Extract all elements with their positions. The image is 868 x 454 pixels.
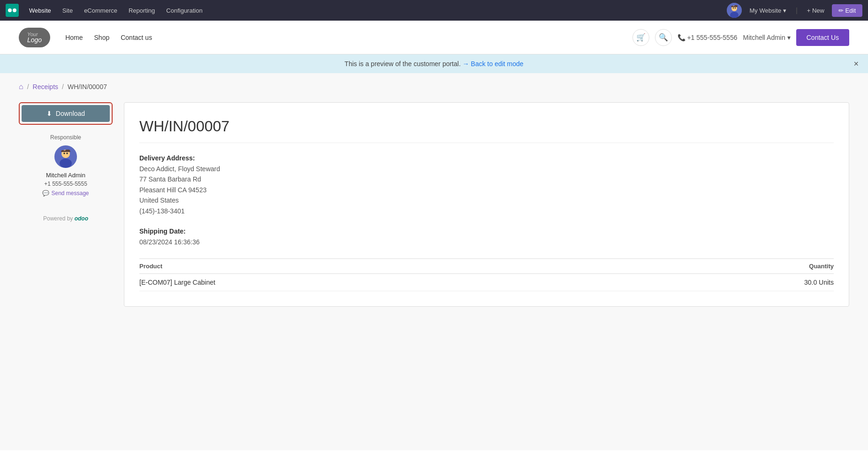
svg-point-15 <box>66 152 68 154</box>
svg-rect-10 <box>731 6 738 7</box>
admin-bar-separator: | <box>796 7 798 14</box>
delivery-address-value: Deco Addict, Floyd Steward 77 Santa Barb… <box>139 164 834 216</box>
shipping-date-value: 08/23/2024 16:36:36 <box>139 237 834 247</box>
breadcrumb-sep-2: / <box>62 83 64 91</box>
table-row: [E-COM07] Large Cabinet30.0 Units <box>139 274 834 291</box>
product-cell: [E-COM07] Large Cabinet <box>139 274 639 291</box>
svg-point-14 <box>63 152 65 154</box>
preview-banner-close[interactable]: × <box>853 59 859 69</box>
responsible-info: Mitchell Admin +1 555-555-5555 💬 Send me… <box>19 145 113 197</box>
main-content: ⌂ / Receipts / WH/IN/00007 ⬇ Download Re… <box>0 73 868 450</box>
shipping-date-label: Shipping Date: <box>139 227 834 235</box>
contact-us-button[interactable]: Contact Us <box>796 29 849 46</box>
svg-point-1 <box>8 8 12 12</box>
back-to-edit-link[interactable]: → Back to edit mode <box>463 60 524 68</box>
download-icon: ⬇ <box>46 110 52 117</box>
download-btn-wrapper: ⬇ Download <box>19 102 113 125</box>
responsible-label: Responsible <box>19 134 113 141</box>
svg-point-2 <box>13 8 16 12</box>
breadcrumb-current: WH/IN/00007 <box>68 83 107 91</box>
shipping-date-section: Shipping Date: 08/23/2024 16:36:36 <box>139 227 834 247</box>
quantity-cell: 30.0 Units <box>639 274 834 291</box>
admin-bar-right: My Website ▾ | + New ✏ Edit <box>727 3 862 18</box>
chat-icon: 💬 <box>42 190 49 197</box>
svg-point-7 <box>735 8 736 8</box>
send-message-link[interactable]: 💬 Send message <box>42 190 89 197</box>
edit-button[interactable]: ✏ Edit <box>832 4 862 17</box>
delivery-address-section: Delivery Address: Deco Addict, Floyd Ste… <box>139 154 834 216</box>
product-table: Product Quantity [E-COM07] Large Cabinet… <box>139 258 834 291</box>
powered-by: Powered by odoo <box>43 215 88 222</box>
responsible-name: Mitchell Admin <box>46 172 85 179</box>
col-quantity: Quantity <box>639 259 834 274</box>
admin-nav-website[interactable]: Website <box>23 0 57 21</box>
new-button[interactable]: + New <box>803 5 828 16</box>
odoo-logo-icon[interactable] <box>6 4 19 17</box>
responsible-section: Responsible M <box>19 134 113 197</box>
svg-point-13 <box>60 159 72 168</box>
preview-banner-text: This is a preview of the customer portal… <box>344 60 523 68</box>
site-nav: Your Logo Home Shop Contact us 🛒 🔍 📞 +1 … <box>0 21 868 54</box>
phone-number: 📞 +1 555-555-5556 <box>678 34 738 41</box>
breadcrumb: ⌂ / Receipts / WH/IN/00007 <box>19 83 849 91</box>
preview-banner: This is a preview of the customer portal… <box>0 54 868 73</box>
document-title: WH/IN/00007 <box>139 118 834 143</box>
my-website-dropdown-arrow: ▾ <box>783 7 786 14</box>
breadcrumb-sep-1: / <box>27 83 29 91</box>
page-layout: ⬇ Download Responsible <box>19 102 849 307</box>
admin-bar-nav: Website Site eCommerce Reporting Configu… <box>23 0 208 21</box>
admin-bar-left: Website Site eCommerce Reporting Configu… <box>6 0 725 21</box>
odoo-brand: odoo <box>75 215 88 222</box>
site-nav-actions: 🛒 🔍 📞 +1 555-555-5556 Mitchell Admin ▾ C… <box>632 29 849 46</box>
admin-nav-site[interactable]: Site <box>57 0 78 21</box>
nav-home[interactable]: Home <box>65 34 83 41</box>
search-button[interactable]: 🔍 <box>655 29 672 46</box>
logo-oval: Your Logo <box>19 28 50 47</box>
user-dropdown[interactable]: Mitchell Admin ▾ <box>743 34 790 41</box>
site-logo: Your Logo <box>19 28 50 47</box>
site-nav-links: Home Shop Contact us <box>65 34 632 41</box>
nav-contact-us[interactable]: Contact us <box>121 34 152 41</box>
document-card: WH/IN/00007 Delivery Address: Deco Addic… <box>124 102 849 307</box>
svg-rect-0 <box>6 4 19 17</box>
admin-nav-configuration[interactable]: Configuration <box>160 0 208 21</box>
admin-bar: Website Site eCommerce Reporting Configu… <box>0 0 868 21</box>
admin-bar-logo <box>6 4 19 17</box>
svg-rect-18 <box>61 151 70 152</box>
sidebar: ⬇ Download Responsible <box>19 102 113 222</box>
responsible-avatar <box>54 145 77 168</box>
nav-shop[interactable]: Shop <box>94 34 110 41</box>
breadcrumb-receipts[interactable]: Receipts <box>33 83 58 91</box>
download-button[interactable]: ⬇ Download <box>22 105 110 122</box>
admin-avatar[interactable] <box>727 3 742 18</box>
breadcrumb-home-icon[interactable]: ⌂ <box>19 83 23 91</box>
admin-nav-ecommerce[interactable]: eCommerce <box>78 0 123 21</box>
user-dropdown-arrow: ▾ <box>787 34 791 41</box>
svg-point-6 <box>733 8 734 8</box>
cart-button[interactable]: 🛒 <box>632 29 649 46</box>
delivery-address-label: Delivery Address: <box>139 154 834 162</box>
my-website-button[interactable]: My Website ▾ <box>746 5 790 16</box>
responsible-phone: +1 555-555-5555 <box>44 181 87 187</box>
admin-nav-reporting[interactable]: Reporting <box>123 0 160 21</box>
col-product: Product <box>139 259 639 274</box>
